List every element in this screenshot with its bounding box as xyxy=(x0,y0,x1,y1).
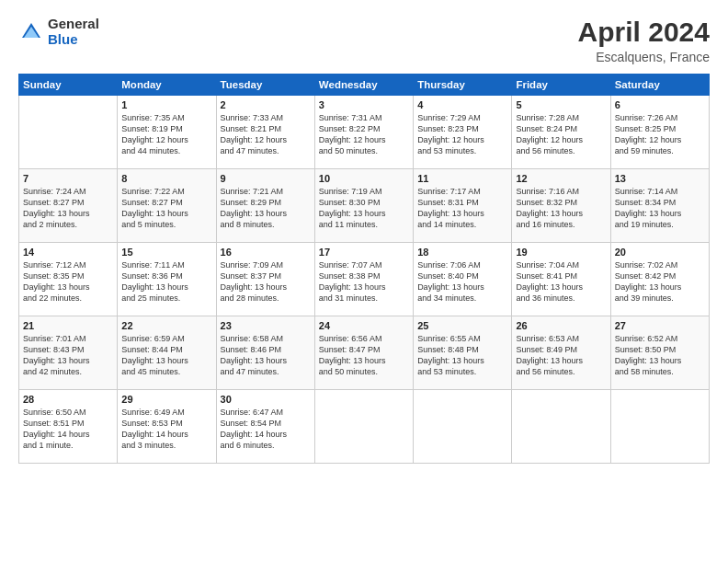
day-info: Sunrise: 6:50 AMSunset: 8:51 PMDaylight:… xyxy=(23,407,113,452)
day-info: Sunrise: 7:33 AMSunset: 8:21 PMDaylight:… xyxy=(221,112,311,157)
day-number: 8 xyxy=(121,173,211,184)
calendar-cell: 8Sunrise: 7:22 AMSunset: 8:27 PMDaylight… xyxy=(118,169,216,243)
day-number: 28 xyxy=(23,394,113,405)
calendar-cell: 18Sunrise: 7:06 AMSunset: 8:40 PMDayligh… xyxy=(414,243,512,316)
day-number: 15 xyxy=(121,247,211,258)
calendar-cell: 10Sunrise: 7:19 AMSunset: 8:30 PMDayligh… xyxy=(314,169,413,243)
logo-general: General xyxy=(48,17,99,32)
header-day-friday: Friday xyxy=(512,75,610,96)
day-info: Sunrise: 7:21 AMSunset: 8:29 PMDaylight:… xyxy=(221,186,311,231)
page: General Blue April 2024 Escalquens, Fran… xyxy=(0,0,728,563)
calendar-table: SundayMondayTuesdayWednesdayThursdayFrid… xyxy=(18,74,710,464)
calendar-cell: 16Sunrise: 7:09 AMSunset: 8:37 PMDayligh… xyxy=(216,243,314,316)
day-number: 30 xyxy=(221,394,311,405)
calendar-cell: 26Sunrise: 6:53 AMSunset: 8:49 PMDayligh… xyxy=(512,316,610,390)
day-number: 13 xyxy=(615,173,705,184)
day-number: 7 xyxy=(23,173,113,184)
day-info: Sunrise: 7:17 AMSunset: 8:31 PMDaylight:… xyxy=(417,186,507,231)
day-info: Sunrise: 6:53 AMSunset: 8:49 PMDaylight:… xyxy=(516,333,606,378)
calendar-cell: 6Sunrise: 7:26 AMSunset: 8:25 PMDaylight… xyxy=(610,96,709,169)
calendar-cell xyxy=(19,96,118,169)
day-number: 26 xyxy=(516,320,606,331)
header-day-monday: Monday xyxy=(118,75,216,96)
calendar-cell: 14Sunrise: 7:12 AMSunset: 8:35 PMDayligh… xyxy=(19,243,118,316)
day-info: Sunrise: 7:19 AMSunset: 8:30 PMDaylight:… xyxy=(319,186,409,231)
day-number: 25 xyxy=(417,320,507,331)
day-number: 10 xyxy=(319,173,409,184)
day-info: Sunrise: 6:56 AMSunset: 8:47 PMDaylight:… xyxy=(319,333,409,378)
calendar-cell: 1Sunrise: 7:35 AMSunset: 8:19 PMDaylight… xyxy=(118,96,216,169)
header-day-thursday: Thursday xyxy=(414,75,512,96)
day-number: 4 xyxy=(417,99,507,110)
day-info: Sunrise: 6:58 AMSunset: 8:46 PMDaylight:… xyxy=(221,333,311,378)
calendar-cell: 28Sunrise: 6:50 AMSunset: 8:51 PMDayligh… xyxy=(19,390,118,464)
day-number: 2 xyxy=(221,99,311,110)
day-info: Sunrise: 7:31 AMSunset: 8:22 PMDaylight:… xyxy=(319,112,409,157)
day-info: Sunrise: 7:07 AMSunset: 8:38 PMDaylight:… xyxy=(319,259,409,304)
header-day-sunday: Sunday xyxy=(19,75,118,96)
calendar-cell: 21Sunrise: 7:01 AMSunset: 8:43 PMDayligh… xyxy=(19,316,118,390)
calendar-cell: 9Sunrise: 7:21 AMSunset: 8:29 PMDaylight… xyxy=(216,169,314,243)
calendar-cell: 2Sunrise: 7:33 AMSunset: 8:21 PMDaylight… xyxy=(216,96,314,169)
day-info: Sunrise: 7:01 AMSunset: 8:43 PMDaylight:… xyxy=(23,333,113,378)
day-number: 3 xyxy=(319,99,409,110)
week-row-3: 21Sunrise: 7:01 AMSunset: 8:43 PMDayligh… xyxy=(19,316,710,390)
calendar-cell: 27Sunrise: 6:52 AMSunset: 8:50 PMDayligh… xyxy=(610,316,709,390)
day-number: 9 xyxy=(221,173,311,184)
calendar-cell: 5Sunrise: 7:28 AMSunset: 8:24 PMDaylight… xyxy=(512,96,610,169)
calendar-cell: 30Sunrise: 6:47 AMSunset: 8:54 PMDayligh… xyxy=(216,390,314,464)
header-row: SundayMondayTuesdayWednesdayThursdayFrid… xyxy=(19,75,710,96)
calendar-cell: 24Sunrise: 6:56 AMSunset: 8:47 PMDayligh… xyxy=(314,316,413,390)
calendar-cell: 29Sunrise: 6:49 AMSunset: 8:53 PMDayligh… xyxy=(118,390,216,464)
day-number: 14 xyxy=(23,247,113,258)
calendar-cell xyxy=(610,390,709,464)
week-row-2: 14Sunrise: 7:12 AMSunset: 8:35 PMDayligh… xyxy=(19,243,710,316)
day-info: Sunrise: 6:55 AMSunset: 8:48 PMDaylight:… xyxy=(417,333,507,378)
day-number: 16 xyxy=(221,247,311,258)
day-number: 18 xyxy=(417,247,507,258)
day-info: Sunrise: 6:47 AMSunset: 8:54 PMDaylight:… xyxy=(221,407,311,452)
calendar-body: 1Sunrise: 7:35 AMSunset: 8:19 PMDaylight… xyxy=(19,96,710,464)
calendar-header: SundayMondayTuesdayWednesdayThursdayFrid… xyxy=(19,75,710,96)
day-info: Sunrise: 6:52 AMSunset: 8:50 PMDaylight:… xyxy=(615,333,705,378)
day-number: 1 xyxy=(121,99,211,110)
calendar-cell: 12Sunrise: 7:16 AMSunset: 8:32 PMDayligh… xyxy=(512,169,610,243)
day-number: 12 xyxy=(516,173,606,184)
day-number: 21 xyxy=(23,320,113,331)
calendar-cell: 20Sunrise: 7:02 AMSunset: 8:42 PMDayligh… xyxy=(610,243,709,316)
calendar-cell: 3Sunrise: 7:31 AMSunset: 8:22 PMDaylight… xyxy=(314,96,413,169)
month-title: April 2024 xyxy=(578,17,710,48)
calendar-cell xyxy=(512,390,610,464)
day-info: Sunrise: 7:28 AMSunset: 8:24 PMDaylight:… xyxy=(516,112,606,157)
title-block: April 2024 Escalquens, France xyxy=(578,17,710,64)
day-info: Sunrise: 7:26 AMSunset: 8:25 PMDaylight:… xyxy=(615,112,705,157)
header-day-saturday: Saturday xyxy=(610,75,709,96)
calendar-cell: 19Sunrise: 7:04 AMSunset: 8:41 PMDayligh… xyxy=(512,243,610,316)
calendar-cell: 23Sunrise: 6:58 AMSunset: 8:46 PMDayligh… xyxy=(216,316,314,390)
calendar-cell xyxy=(414,390,512,464)
day-info: Sunrise: 7:04 AMSunset: 8:41 PMDaylight:… xyxy=(516,259,606,304)
week-row-1: 7Sunrise: 7:24 AMSunset: 8:27 PMDaylight… xyxy=(19,169,710,243)
day-info: Sunrise: 7:06 AMSunset: 8:40 PMDaylight:… xyxy=(417,259,507,304)
day-number: 17 xyxy=(319,247,409,258)
day-number: 11 xyxy=(417,173,507,184)
location: Escalquens, France xyxy=(578,50,710,64)
header: General Blue April 2024 Escalquens, Fran… xyxy=(18,17,710,64)
day-number: 20 xyxy=(615,247,705,258)
header-day-wednesday: Wednesday xyxy=(314,75,413,96)
week-row-4: 28Sunrise: 6:50 AMSunset: 8:51 PMDayligh… xyxy=(19,390,710,464)
day-info: Sunrise: 7:35 AMSunset: 8:19 PMDaylight:… xyxy=(121,112,211,157)
day-number: 19 xyxy=(516,247,606,258)
calendar-cell: 17Sunrise: 7:07 AMSunset: 8:38 PMDayligh… xyxy=(314,243,413,316)
day-info: Sunrise: 7:09 AMSunset: 8:37 PMDaylight:… xyxy=(221,259,311,304)
day-number: 27 xyxy=(615,320,705,331)
day-info: Sunrise: 7:14 AMSunset: 8:34 PMDaylight:… xyxy=(615,186,705,231)
calendar-cell: 7Sunrise: 7:24 AMSunset: 8:27 PMDaylight… xyxy=(19,169,118,243)
day-info: Sunrise: 7:24 AMSunset: 8:27 PMDaylight:… xyxy=(23,186,113,231)
logo-icon xyxy=(18,19,44,45)
calendar-cell: 25Sunrise: 6:55 AMSunset: 8:48 PMDayligh… xyxy=(414,316,512,390)
calendar-cell: 15Sunrise: 7:11 AMSunset: 8:36 PMDayligh… xyxy=(118,243,216,316)
day-info: Sunrise: 7:29 AMSunset: 8:23 PMDaylight:… xyxy=(417,112,507,157)
day-info: Sunrise: 7:11 AMSunset: 8:36 PMDaylight:… xyxy=(121,259,211,304)
calendar-cell xyxy=(314,390,413,464)
